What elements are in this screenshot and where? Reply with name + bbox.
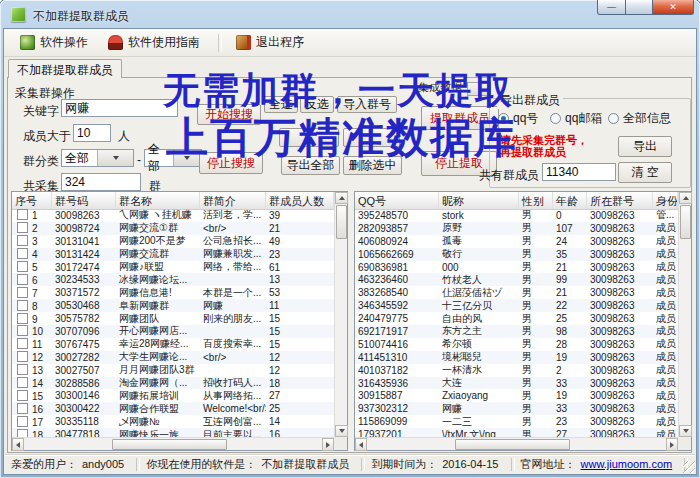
table-row[interactable]: 130098263乀网赚 ヽ挂机赚活到老，学...39 (12, 209, 334, 222)
table-row[interactable]: 1065662669敬行男3530098263成员 (355, 248, 678, 261)
row-checkbox[interactable] (17, 390, 28, 401)
usage-guide-button[interactable]: 软件使用指南 (100, 30, 208, 55)
start-search-button[interactable]: 开始搜搜 (197, 104, 261, 125)
col-seq[interactable]: 序号 (12, 192, 52, 209)
extract-members-button[interactable]: 提取群成员 (421, 106, 499, 130)
table-row[interactable]: 930575782网赚团队刚来的朋友...15 (12, 312, 334, 325)
row-checkbox[interactable] (17, 325, 28, 336)
table-row[interactable]: 1430288586淘金网赚网（...招收打码人...18 (12, 377, 334, 390)
hscroll-thumb[interactable] (455, 439, 570, 450)
table-row[interactable]: 1830477818网赚快乐一族目前主要以...16 (12, 428, 334, 437)
close-button[interactable]: ✕ (652, 0, 694, 15)
row-checkbox[interactable] (17, 351, 28, 362)
row-checkbox[interactable] (17, 274, 28, 285)
table-row[interactable]: 330131041网赚200不是梦公司急招长...49 (12, 235, 334, 248)
row-checkbox[interactable] (17, 364, 28, 375)
col-group-name[interactable]: 群名称 (116, 192, 200, 209)
col-group-id[interactable]: 群号码 (52, 192, 116, 209)
table-row[interactable]: 240479775自由的风男2530098263成员 (355, 312, 678, 325)
keyword-input[interactable] (61, 99, 178, 117)
member-table-vscrollbar[interactable] (678, 192, 691, 437)
select-all-button[interactable]: 全选 (264, 96, 298, 113)
maximize-button[interactable] (626, 0, 652, 15)
scroll-left-button[interactable] (355, 438, 367, 451)
col-gender[interactable]: 性别 (519, 192, 553, 209)
table-row[interactable]: 1530300146网赚拓展培训从事网络拓...27 (12, 389, 334, 402)
row-checkbox[interactable] (17, 300, 28, 311)
table-row[interactable]: 411451310境彬聪兒男1930098263成员 (355, 351, 678, 364)
table-row[interactable]: 463236460竹杖老人男9930098263成员 (355, 273, 678, 286)
col-group-desc[interactable]: 群简介 (200, 192, 266, 209)
group-table-vscrollbar[interactable] (334, 192, 347, 437)
col-nickname[interactable]: 昵称 (439, 192, 519, 209)
export-button[interactable]: 导出 (618, 136, 672, 157)
table-row[interactable]: 430131424网赚交流群网赚兼职发...23 (12, 248, 334, 261)
col-age[interactable]: 年龄 (553, 192, 587, 209)
resize-grip[interactable] (683, 461, 695, 473)
row-checkbox[interactable] (17, 222, 28, 233)
clear-button[interactable]: 清 空 (618, 162, 672, 183)
table-row[interactable]: 937302312网赚男3330098263成员 (355, 402, 678, 415)
col-qq[interactable]: QQ号 (355, 192, 439, 209)
row-checkbox[interactable] (17, 338, 28, 349)
table-row[interactable]: 1230027282大学生网赚论...<br/>12 (12, 351, 334, 364)
scroll-right-button[interactable] (666, 438, 678, 451)
import-group-ids-button[interactable]: 导入群号 (337, 96, 397, 113)
title-bar[interactable]: 不加群提取群成员 — ✕ (0, 0, 700, 29)
scroll-down-button[interactable] (679, 425, 692, 437)
table-row[interactable]: 830530468阜新网赚群网赚11 (12, 299, 334, 312)
scroll-down-button[interactable] (335, 425, 348, 437)
col-role[interactable]: 身份 (653, 192, 678, 209)
row-checkbox[interactable] (17, 235, 28, 246)
row-checkbox[interactable] (17, 248, 28, 259)
table-row[interactable]: 401037182一杯清水男230098263成员 (355, 364, 678, 377)
table-row[interactable]: 230098724网赚交流①群<br/>21 (12, 222, 334, 235)
table-row[interactable]: 630234533冰缘网赚论坛...13 (12, 273, 334, 286)
table-row[interactable]: 530172474网赚♪联盟网络，带给...61 (12, 261, 334, 274)
minimize-button[interactable]: — (597, 0, 626, 15)
member-table-hscrollbar[interactable] (355, 437, 678, 450)
chevron-down-icon[interactable] (173, 150, 202, 166)
row-checkbox[interactable] (17, 403, 28, 414)
table-row[interactable]: 17937201\/txMr.文\/ng男2730098263成员 (355, 428, 678, 437)
row-checkbox[interactable] (17, 287, 28, 298)
export-all-button[interactable]: 导出全部 (281, 156, 340, 175)
tab-extract-members[interactable]: 不加群提取群成员 (8, 59, 122, 78)
table-row[interactable]: 115869099一二三男2330098263成员 (355, 415, 678, 428)
scroll-right-button[interactable] (322, 438, 334, 451)
stop-search-button[interactable]: 停止搜搜 (199, 152, 263, 174)
vscroll-thumb[interactable] (680, 205, 691, 239)
row-checkbox[interactable] (17, 313, 28, 324)
table-row[interactable]: 30915887Zxiaoyang男1930098263成员 (355, 389, 678, 402)
table-row[interactable]: 346345592十三亿分贝男2230098263成员 (355, 299, 678, 312)
hscroll-thumb[interactable] (112, 439, 227, 450)
row-checkbox[interactable] (17, 377, 28, 388)
exit-program-button[interactable]: 退出程序 (228, 30, 312, 55)
group-table-hscrollbar[interactable] (12, 437, 334, 450)
table-row[interactable]: 692171917东方之主男9830098263成员 (355, 325, 678, 338)
collected-count-input[interactable] (61, 173, 141, 191)
table-row[interactable]: 1730335118乄网赚№互连网创富...14 (12, 415, 334, 428)
table-row[interactable]: 282093857原野男10730098263成员 (355, 222, 678, 235)
table-row[interactable]: 690836981000男2130098263成员 (355, 261, 678, 274)
table-row[interactable]: 1330027507月月网赚团队3群12 (12, 364, 334, 377)
table-row[interactable]: 383268540仩涺莈偛袺ヅ男2130098263成员 (355, 286, 678, 299)
table-row[interactable]: 1030707096开心网赚网店...15 (12, 325, 334, 338)
row-checkbox[interactable] (17, 261, 28, 272)
chevron-down-icon[interactable] (97, 150, 133, 166)
radio-qq-email[interactable]: qq邮箱 (550, 110, 602, 127)
total-members-input[interactable] (542, 163, 616, 181)
min-members-input[interactable] (73, 124, 111, 142)
radio-all-info[interactable]: 全部信息 (608, 110, 671, 127)
table-row[interactable]: 406080924孤毒男2430098263成员 (355, 235, 678, 248)
vscroll-thumb[interactable] (336, 205, 347, 239)
table-row[interactable]: 510074416希尔顿男2830098263成员 (355, 338, 678, 351)
status-link[interactable]: www.jiumoom.com (581, 458, 673, 470)
scroll-up-button[interactable] (679, 192, 692, 204)
delete-selected-button[interactable]: 删除选中 (343, 156, 402, 175)
table-row[interactable]: 1630300422网赚合作联盟Welcome!<br/>25 (12, 402, 334, 415)
obscured-button-1[interactable] (279, 128, 339, 147)
row-checkbox[interactable] (17, 429, 28, 437)
category-select-2[interactable]: 全部 (144, 149, 202, 167)
col-group-number[interactable]: 所在群号 (587, 192, 653, 209)
